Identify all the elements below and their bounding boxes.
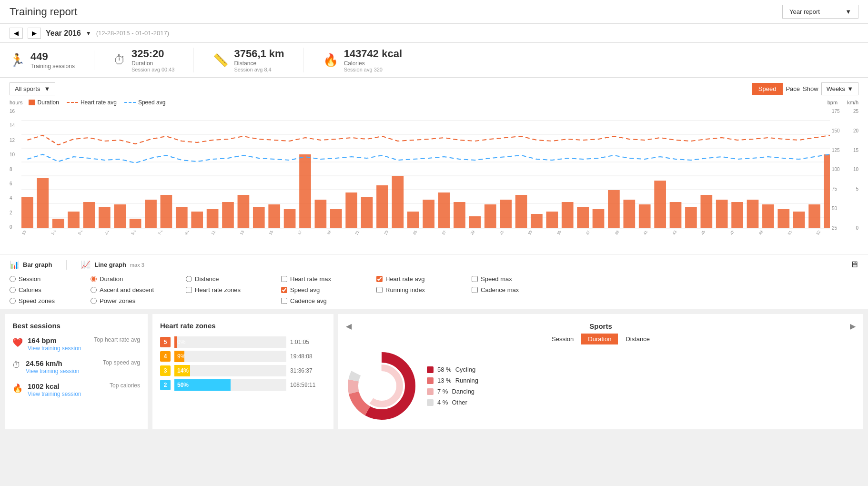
session-1-label: Top speed avg (103, 359, 140, 366)
svg-rect-39 (484, 204, 496, 228)
sports-tab-distance[interactable]: Distance (619, 334, 656, 344)
svg-rect-53 (700, 195, 712, 228)
export-icon[interactable]: 🖥 (850, 260, 858, 269)
svg-rect-41 (515, 195, 527, 228)
option-running-index[interactable]: Running index (376, 286, 472, 294)
distance-sub: Session avg 8,4 (234, 67, 284, 72)
option-cadence-avg[interactable]: Cadence avg (281, 297, 376, 304)
bpm-label: bpm (828, 100, 838, 105)
option-speed-zones[interactable]: Speed zones (10, 297, 91, 304)
calories-icon: 🔥 (323, 53, 338, 68)
session-2-value: 1002 kcal (28, 382, 105, 390)
prev-year-button[interactable]: ◀ (10, 28, 23, 39)
option-distance[interactable]: Distance (186, 275, 281, 283)
svg-rect-11 (52, 219, 64, 228)
option-hr-avg[interactable]: Heart rate avg (376, 275, 472, 283)
sports-tab-duration[interactable]: Duration (581, 334, 618, 344)
show-button[interactable]: Show (803, 85, 818, 92)
svg-rect-14 (99, 207, 111, 228)
zone-5-badge: 5 (160, 337, 171, 347)
option-ascent[interactable]: Ascent and descent (91, 286, 186, 294)
svg-rect-21 (207, 209, 219, 228)
session-0-label: Top heart rate avg (94, 336, 140, 343)
next-year-button[interactable]: ▶ (28, 28, 41, 39)
svg-rect-52 (685, 207, 697, 228)
duration-label: Duration (131, 60, 175, 67)
flame-icon: 🔥 (12, 383, 23, 394)
option-power-zones[interactable]: Power zones (91, 297, 186, 304)
sessions-value: 449 (30, 51, 75, 63)
sports-filter-arrow-icon: ▼ (44, 85, 50, 92)
zone-3-time: 31:36:37 (290, 367, 326, 374)
weeks-dropdown[interactable]: Weeks ▼ (821, 82, 858, 95)
heart-icon: ❤️ (12, 337, 23, 348)
option-cadence-max[interactable]: Cadence max (472, 286, 567, 294)
option-speed-avg[interactable]: Speed avg (281, 286, 376, 294)
svg-rect-54 (716, 200, 728, 228)
zone-row-2: 2 50% 108:59:11 (160, 379, 326, 391)
duration-icon: ⏱ (113, 53, 126, 68)
session-2-link[interactable]: View training session (28, 391, 81, 397)
graph-options-section: 📊 Bar graph 📈 Line graph max 3 🖥 Session… (0, 254, 868, 309)
svg-rect-46 (593, 209, 605, 228)
session-item-2: 🔥 1002 kcal View training session Top ca… (12, 382, 140, 397)
session-1-link[interactable]: View training session (26, 368, 80, 375)
legend-dancing: 7 % Dancing (427, 388, 478, 395)
sessions-icon: 🏃 (10, 53, 25, 68)
zone-2-bar: 50% (174, 379, 231, 391)
chart-legend: hours Duration Heart rate avg Speed avg … (10, 99, 858, 106)
bar-graph-type: 📊 Bar graph (10, 260, 52, 269)
svg-rect-58 (777, 209, 789, 228)
line-graph-max: max 3 (130, 262, 144, 268)
pace-button[interactable]: Pace (786, 85, 800, 92)
running-color-icon (427, 377, 434, 384)
zone-2-time: 108:59:11 (290, 382, 326, 388)
legend-speed-avg: Speed avg (124, 99, 165, 106)
option-hr-zones[interactable]: Heart rate zones (186, 286, 281, 294)
svg-rect-45 (577, 207, 589, 228)
zone-row-4: 4 9% 19:48:08 (160, 351, 326, 362)
other-color-icon (427, 399, 434, 406)
zone-3-bar: 14% (174, 365, 190, 376)
sports-header: ◀ Sports ▶ (346, 322, 856, 331)
zone-3-badge: 3 (160, 365, 171, 376)
svg-rect-19 (176, 207, 188, 228)
cycling-label: Cycling (455, 366, 476, 373)
svg-rect-33 (392, 176, 404, 228)
option-session[interactable]: Session (10, 275, 91, 283)
svg-rect-27 (299, 154, 311, 228)
calories-value: 143742 kcal (344, 48, 402, 60)
svg-rect-24 (253, 207, 265, 228)
svg-rect-17 (145, 200, 157, 228)
session-0-value: 164 bpm (28, 336, 89, 344)
svg-rect-56 (747, 200, 759, 228)
svg-rect-29 (330, 209, 342, 228)
svg-rect-35 (423, 200, 434, 228)
other-pct: 4 % (437, 399, 448, 406)
year-report-dropdown[interactable]: Year report ▼ (782, 5, 858, 19)
svg-rect-25 (268, 204, 280, 228)
option-speed-max[interactable]: Speed max (472, 275, 567, 283)
session-0-link[interactable]: View training session (28, 345, 81, 352)
sports-filter-dropdown[interactable]: All sports ▼ (10, 82, 55, 95)
svg-rect-38 (469, 216, 481, 228)
svg-rect-20 (191, 212, 203, 228)
svg-rect-61 (824, 154, 830, 228)
option-hr-max[interactable]: Heart rate max (281, 275, 376, 283)
zone-row-3: 3 14% 31:36:37 (160, 365, 326, 376)
speed-button[interactable]: Speed (752, 83, 783, 95)
duration-box-icon (29, 100, 35, 105)
cycling-pct: 58 % (437, 366, 452, 373)
sports-prev-button[interactable]: ◀ (346, 322, 352, 331)
x-axis-labels: 53-2015 1-2016 2-2016 3-2016 5-2016 7-20… (21, 231, 830, 254)
option-calories[interactable]: Calories (10, 286, 91, 294)
svg-rect-13 (83, 202, 95, 228)
legend-running: 13 % Running (427, 377, 478, 384)
sports-next-button[interactable]: ▶ (850, 322, 856, 331)
option-duration[interactable]: Duration (91, 275, 186, 283)
svg-rect-60 (808, 204, 820, 228)
year-label[interactable]: Year 2016 (46, 29, 81, 38)
y-axis-left: 0246810121416 (10, 107, 21, 231)
sports-tab-session[interactable]: Session (545, 334, 580, 344)
svg-rect-42 (531, 214, 543, 228)
